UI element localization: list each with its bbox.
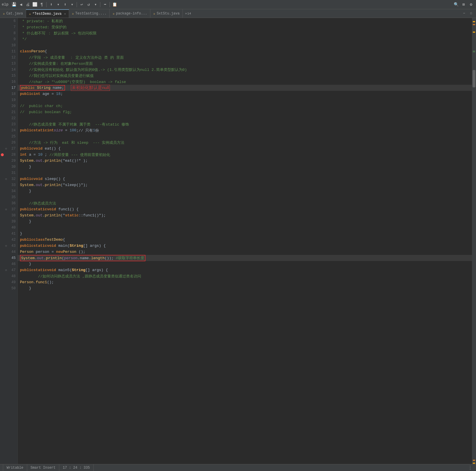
line-number-48: 48 bbox=[5, 273, 17, 279]
line-number-14: 14 bbox=[5, 67, 17, 73]
line-number-30: 30 bbox=[5, 164, 17, 170]
line-number-6: 6 bbox=[5, 18, 17, 24]
line-number-47: ⊖47 bbox=[5, 267, 17, 273]
tab-icon-testcasting: ☕ bbox=[72, 12, 74, 15]
code-line-33: System.out.println("sleep()"); bbox=[18, 182, 472, 188]
maximize-button[interactable]: □ bbox=[468, 10, 474, 17]
line-number-25: 25 bbox=[5, 133, 17, 139]
tab-package-info[interactable]: ☕ package-info... bbox=[110, 9, 150, 18]
layout-button[interactable]: ⊞ bbox=[460, 1, 467, 8]
code-line-31 bbox=[18, 170, 472, 176]
code-line-23: //静态成员变量 不属于对象 属于类 ---有static 修饰 bbox=[18, 121, 472, 127]
left-gutter-row bbox=[0, 42, 5, 48]
code-line-26: //方法 -> 行为 eat 和 sleep --- 实例成员方法 bbox=[18, 139, 472, 146]
code-line-20: // public char ch; bbox=[18, 103, 472, 109]
settings-button[interactable]: ⚙ bbox=[468, 1, 474, 8]
tab-label-sxtstu: SxtStu.java bbox=[157, 12, 180, 16]
line-number-41: 41 bbox=[5, 231, 17, 237]
tab-icon-sxtstu: ☕ bbox=[153, 12, 155, 15]
down-button[interactable]: ⬇ bbox=[48, 1, 54, 8]
build-button[interactable]: ⬜ bbox=[32, 1, 38, 8]
undo-refactor[interactable]: ↩ bbox=[78, 1, 85, 8]
para-button[interactable]: ¶ bbox=[38, 1, 45, 8]
scroll-thumb[interactable] bbox=[473, 70, 475, 87]
tab-cat-java[interactable]: ☕ Cat.java bbox=[0, 9, 26, 18]
arrow-dropdown[interactable]: ▾ bbox=[92, 1, 99, 8]
code-line-40 bbox=[18, 225, 472, 231]
status-writable: Writable bbox=[3, 464, 27, 471]
fold-icon[interactable]: ⊖ bbox=[5, 177, 7, 181]
help-menu[interactable]: elp bbox=[2, 2, 8, 7]
print-button[interactable]: 🖨 bbox=[25, 1, 31, 8]
scroll-marker-6 bbox=[473, 463, 475, 464]
line-number-17: 17 bbox=[5, 85, 17, 91]
code-line-30: } bbox=[18, 164, 472, 170]
code-line-22 bbox=[18, 115, 472, 121]
tab-more-count: 14 bbox=[187, 12, 191, 15]
left-gutter bbox=[0, 18, 5, 464]
line-number-49: 49 bbox=[5, 279, 17, 285]
code-line-25 bbox=[18, 133, 472, 139]
tab-more-button[interactable]: » 14 bbox=[183, 9, 193, 18]
line-number-16: 16 bbox=[5, 79, 17, 85]
left-gutter-row bbox=[0, 206, 5, 212]
line-number-43: ⊖43 bbox=[5, 243, 17, 249]
save-button[interactable]: 💾 bbox=[11, 1, 17, 8]
line-number-20: 20 bbox=[5, 103, 17, 109]
dropdown1[interactable]: ▾ bbox=[55, 1, 61, 8]
fold-icon[interactable]: ⊖ bbox=[5, 244, 7, 248]
tab-sxtstu[interactable]: ☕ SxtStu.java bbox=[150, 9, 183, 18]
code-line-15: //我们也可以对实例成员变量进行赋值 bbox=[18, 73, 472, 79]
left-gutter-row bbox=[0, 133, 5, 139]
scrollbar[interactable] bbox=[472, 18, 476, 464]
breakpoint-icon[interactable] bbox=[1, 153, 4, 156]
tab-close-testdemo[interactable]: ✕ bbox=[64, 12, 66, 16]
code-line-14: //实例化没有初始化 默认值为对应的0值.-> (1.引用类型默认为null 2… bbox=[18, 67, 472, 73]
left-gutter-row bbox=[0, 273, 5, 279]
fold-icon[interactable]: ⊖ bbox=[5, 268, 7, 272]
status-insert-mode: Smart Insert bbox=[27, 464, 59, 471]
dropdown2[interactable]: ▾ bbox=[69, 1, 75, 8]
status-more[interactable]: ⋮ bbox=[468, 465, 473, 471]
scroll-marker-2 bbox=[473, 24, 475, 25]
tab-testdemo-java[interactable]: ☕ *TestDemo.java ✕ bbox=[26, 9, 69, 18]
back-button[interactable]: ◀ bbox=[18, 1, 24, 8]
search-button[interactable]: 🔍 bbox=[453, 1, 459, 8]
line-number-38: 38 bbox=[5, 212, 17, 218]
up-button[interactable]: ⬆ bbox=[62, 1, 68, 8]
code-line-7: * protected: 受保护的 bbox=[18, 24, 472, 30]
code-editor[interactable]: * private: - 私有的 * protected: 受保护的 * 什么都… bbox=[18, 18, 472, 464]
line-number-36: 36 bbox=[5, 200, 17, 206]
code-line-29: System.out.println("eat()!" ); bbox=[18, 158, 472, 164]
code-line-19 bbox=[18, 97, 472, 103]
left-gutter-row bbox=[0, 60, 5, 67]
left-gutter-row bbox=[0, 279, 5, 285]
line-number-22: 22 bbox=[5, 115, 17, 121]
code-line-32: public void sleep() { bbox=[18, 176, 472, 182]
line-number-34: 34 bbox=[5, 188, 17, 194]
forward-button[interactable]: ➡ bbox=[102, 1, 108, 8]
code-line-10 bbox=[18, 42, 472, 48]
left-gutter-row bbox=[0, 54, 5, 60]
minimize-button[interactable]: ─ bbox=[461, 10, 467, 17]
code-line-43: public static void main(String[] args) { bbox=[18, 243, 472, 249]
line-number-44: 44 bbox=[5, 249, 17, 255]
tab-label-package: package-info... bbox=[116, 12, 147, 16]
fold-icon[interactable]: ⊖ bbox=[5, 208, 7, 211]
code-line-39: } bbox=[18, 218, 472, 225]
code-line-27: public void eat() { bbox=[18, 146, 472, 152]
sep2 bbox=[77, 2, 77, 7]
tab-testcasting[interactable]: ☕ TestCasting.... bbox=[69, 9, 110, 18]
fold-icon[interactable]: ⊖ bbox=[5, 147, 7, 150]
redo-refactor[interactable]: ↺ bbox=[85, 1, 92, 8]
left-gutter-row bbox=[0, 48, 5, 54]
line-number-11: 11 bbox=[5, 48, 17, 54]
line-number-27: ⊖27 bbox=[5, 146, 17, 152]
line-number-10: 10 bbox=[5, 42, 17, 48]
line-number-39: 39 bbox=[5, 218, 17, 225]
line-number-31: 31 bbox=[5, 170, 17, 176]
left-gutter-row bbox=[0, 121, 5, 127]
run-button[interactable]: 📋 bbox=[111, 1, 118, 8]
line-number-46: 46 bbox=[5, 261, 17, 267]
left-gutter-row bbox=[0, 73, 5, 79]
